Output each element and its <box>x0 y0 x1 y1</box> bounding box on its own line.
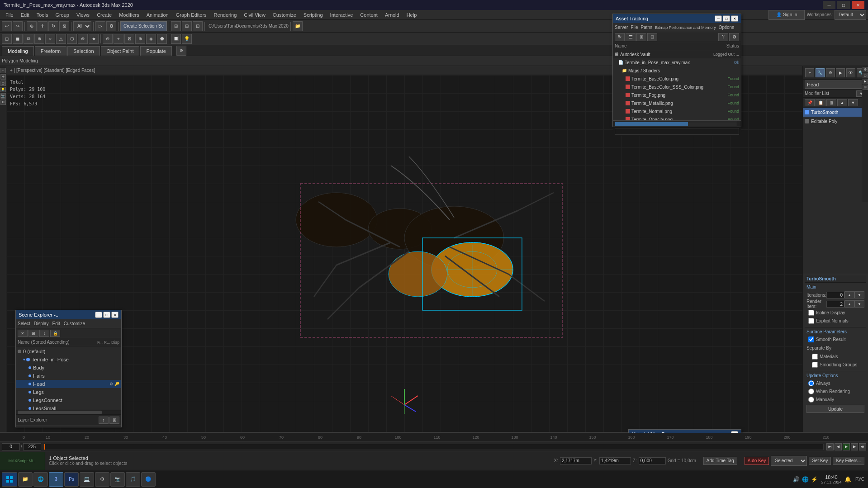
tb2-btn2[interactable]: ◼ <box>13 34 23 44</box>
menu-tools[interactable]: Tools <box>33 11 52 19</box>
menu-content[interactable]: Content <box>356 11 381 19</box>
taskbar-icon9[interactable]: 🔵 <box>141 472 156 487</box>
tab-settings-btn[interactable]: ⚙ <box>176 46 186 56</box>
menu-modifiers[interactable]: Modifiers <box>115 11 143 19</box>
se-close[interactable]: ✕ <box>111 312 119 318</box>
right-bar-btn4[interactable]: ⊞ <box>863 85 868 90</box>
tb2-btn7[interactable]: ⬡ <box>67 34 77 44</box>
timeline-track[interactable] <box>44 444 824 450</box>
se-tb-x[interactable]: ✕ <box>18 330 28 337</box>
iterations-input[interactable] <box>826 292 844 298</box>
at-item-maps[interactable]: 📁 Maps / Shaders <box>613 66 741 75</box>
maxscript-mini[interactable]: MAXScript Mi... <box>0 452 45 470</box>
render-iters-up[interactable]: ▲ <box>844 300 854 308</box>
menu-group[interactable]: Group <box>52 11 73 19</box>
create-selection-button[interactable]: Create Selection Se <box>120 21 167 31</box>
taskbar-file-manager[interactable]: 📁 <box>18 472 33 487</box>
redo-button[interactable]: ↪ <box>13 21 23 31</box>
at-menu-options[interactable]: Options <box>719 25 734 30</box>
z-input[interactable] <box>639 457 666 464</box>
tb2-env[interactable]: 💡 <box>182 34 192 44</box>
menu-help[interactable]: Help <box>403 11 421 19</box>
menu-interactive[interactable]: Interactive <box>327 11 357 19</box>
scale-button[interactable]: ⊠ <box>59 21 69 31</box>
systray-icon2[interactable]: 🌐 <box>802 476 809 483</box>
render-iters-input[interactable] <box>826 301 844 308</box>
left-select-btn[interactable]: ◻ <box>0 81 6 86</box>
rotate-button[interactable]: ↻ <box>48 21 58 31</box>
tb2-btn8[interactable]: ⊗ <box>78 34 88 44</box>
modifier-editablepoly[interactable]: Editable Poly <box>803 117 868 126</box>
workspace-select[interactable]: Default <box>835 10 866 20</box>
se-tb-lock[interactable]: 🔒 <box>50 330 60 337</box>
at-item-fog[interactable]: Termite_Fog.png Found <box>613 91 741 99</box>
rp-modlist[interactable]: TurboSmooth Editable Poly <box>803 108 868 274</box>
list-item[interactable]: ▾ Termite_in_Pose <box>16 355 121 364</box>
se-restore[interactable]: □ <box>103 312 110 318</box>
list-item[interactable]: Body <box>16 364 121 372</box>
keyfilters-button[interactable]: Key Filters... <box>833 457 864 465</box>
right-bar-btn1[interactable]: ⚙ <box>863 67 868 72</box>
tb2-btn4[interactable]: ⊕ <box>34 34 44 44</box>
tab-modeling[interactable]: Modeling <box>2 46 34 56</box>
menu-animation[interactable]: Animation <box>143 11 172 19</box>
se-bottom-btn2[interactable]: ⊞ <box>109 417 119 424</box>
go-end-btn[interactable]: ⏭ <box>859 443 866 450</box>
taskbar-icon8[interactable]: 🎵 <box>126 472 140 487</box>
undo-button[interactable]: ↩ <box>2 21 12 31</box>
at-item-vault[interactable]: 🏛 Autodesk Vault Logged Out ... <box>613 50 741 58</box>
at-item-basecolor[interactable]: Termite_BaseColor.png Found <box>613 75 741 83</box>
at-list[interactable]: 🏛 Autodesk Vault Logged Out ... 📄 Termit… <box>613 50 741 120</box>
render-btn[interactable]: ▷ <box>95 21 105 31</box>
explicit-normals-checkbox[interactable] <box>808 318 814 324</box>
rp-icon-modify[interactable]: 🔧 <box>816 68 825 77</box>
update-button[interactable]: Update <box>806 405 864 413</box>
when-rendering-radio[interactable] <box>808 389 814 394</box>
taskbar-3dsmax[interactable]: 3 <box>49 472 63 487</box>
right-bar-btn2[interactable]: ◻ <box>863 73 868 78</box>
right-bar-btn3[interactable]: ▶ <box>863 79 868 84</box>
maximize-button[interactable]: □ <box>837 1 850 9</box>
tab-selection[interactable]: Selection <box>67 46 100 56</box>
rp-icon-hierarchy[interactable]: ⚙ <box>826 68 835 77</box>
tb2-btn12[interactable]: ⊠ <box>124 34 134 44</box>
at-tb-settings[interactable]: ⚙ <box>729 33 739 41</box>
always-radio[interactable] <box>808 380 814 386</box>
at-restore[interactable]: □ <box>723 15 730 22</box>
menu-civilview[interactable]: Civil View <box>240 11 269 19</box>
taskbar-photoshop[interactable]: Ps <box>64 472 79 487</box>
render-iters-down[interactable]: ▼ <box>854 300 864 308</box>
tab-freeform[interactable]: Freeform <box>35 46 67 56</box>
menu-arnold[interactable]: Arnold <box>381 11 403 19</box>
grid-btn[interactable]: ⊟ <box>182 21 192 31</box>
isoline-checkbox[interactable] <box>808 310 814 316</box>
at-text-input[interactable] <box>615 128 739 135</box>
menu-edit[interactable]: Edit <box>17 11 33 19</box>
setkey-button[interactable]: Set Key <box>809 457 831 465</box>
modifier-turbosmooth[interactable]: TurboSmooth <box>803 108 868 117</box>
start-button[interactable] <box>2 472 17 487</box>
menu-create[interactable]: Create <box>93 11 115 19</box>
mirror-btn[interactable]: ⊡ <box>193 21 203 31</box>
go-start-btn[interactable]: ⏮ <box>826 443 834 450</box>
at-tb-refresh[interactable]: ↻ <box>615 33 625 41</box>
left-cam-btn[interactable]: 📷 <box>0 93 6 99</box>
rp-icon-create[interactable]: + <box>805 68 814 77</box>
menu-file[interactable]: File <box>2 11 17 19</box>
at-tb-detail[interactable]: ⊟ <box>647 33 657 41</box>
taskbar-icon7[interactable]: 📷 <box>110 472 125 487</box>
clock-display[interactable]: 18:40 27.11.2024 <box>820 474 843 484</box>
materials-checkbox[interactable] <box>812 354 818 360</box>
at-minimize[interactable]: ─ <box>715 15 722 22</box>
at-item-normal[interactable]: Termite_Normal.png Found <box>613 107 741 115</box>
tb2-btn3[interactable]: ⧉ <box>24 34 33 44</box>
se-tb-sort[interactable]: ↕ <box>39 330 49 337</box>
taskbar-icon6[interactable]: ⚙ <box>95 472 109 487</box>
se-menu-select[interactable]: Select <box>18 321 30 326</box>
select-button[interactable]: ⊕ <box>27 21 37 31</box>
tb2-mat[interactable]: 🔲 <box>171 34 181 44</box>
iterations-up[interactable]: ▲ <box>844 291 854 298</box>
mod-tb-delete[interactable]: 🗑 <box>826 99 836 106</box>
list-item-head[interactable]: Head ⚙ 🔑 <box>16 380 121 388</box>
tab-populate[interactable]: Populate <box>140 46 171 56</box>
